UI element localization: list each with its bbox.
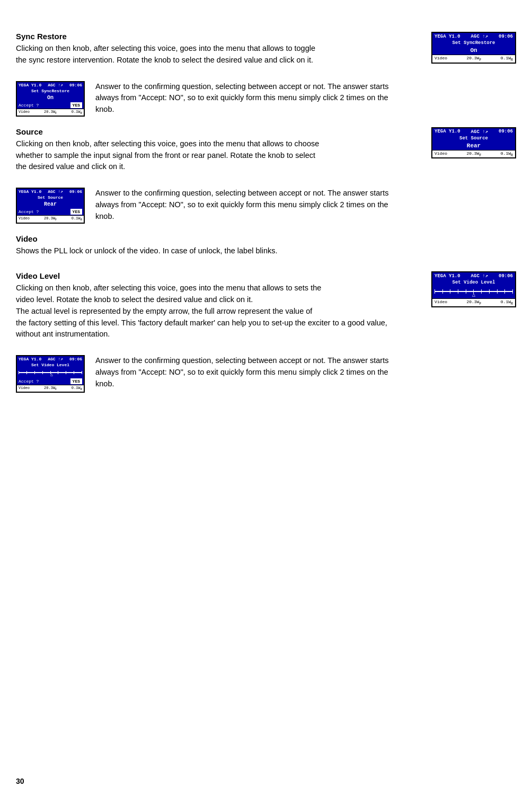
source-confirm-text: Answer to the confirming question, selec…	[95, 188, 516, 222]
sync-restore-confirm-screen: YEGA Y1.0 AGC ↑↗ 09:06 Set SyncRestore O…	[16, 81, 85, 117]
source-section: Source Clicking on then knob, after sele…	[16, 127, 516, 173]
screen-title: Set Video Level	[432, 279, 515, 286]
screen-title: Set Source	[432, 135, 515, 141]
video-level-title: Video Level	[16, 271, 421, 280]
video-level-screen-right: YEGA Y1.0 AGC ↑↗ 09:06 Set Video Level	[431, 271, 516, 307]
sync-restore-title: Sync Restore	[16, 32, 421, 41]
source-screen-right: YEGA Y1.0 AGC ↑↗ 09:06 Set Source Rear V…	[431, 127, 516, 159]
screen-header: YEGA Y1.0 AGC ↑↗ 09:06	[17, 82, 84, 88]
screen-value: On	[432, 46, 515, 55]
page-number: 30	[16, 777, 24, 785]
screen-header: YEGA Y1.0 AGC ↑↗ 09:06	[432, 128, 515, 135]
screen-slider: △	[432, 286, 515, 298]
screen-accept: Accept ? YES	[17, 208, 84, 215]
video-title: Video	[16, 234, 516, 243]
screen-value: On	[17, 94, 84, 102]
source-confirm-screen: YEGA Y1.0 AGC ↑↗ 09:06 Set Source Rear A…	[16, 188, 85, 223]
video-level-confirm-text: Answer to the confirming question, selec…	[95, 355, 516, 390]
screen-slider-small: △	[17, 368, 84, 378]
screen-header: YEGA Y1.0 AGC ↑↗ 09:06	[17, 189, 84, 194]
video-section: Video Shows the PLL lock or unlock of th…	[16, 234, 516, 257]
screen-header: YEGA Y1.0 AGC ↑↗ 09:06	[17, 356, 84, 362]
sync-restore-section: Sync Restore Clicking on then knob, afte…	[16, 32, 516, 66]
screen-header: YEGA Y1.0 AGC ↑↗ 09:06	[432, 272, 515, 279]
screen-title: Set SyncRestore	[432, 40, 515, 46]
video-level-section: Video Level Clicking on then knob, after…	[16, 271, 516, 340]
video-level-body: Clicking on then knob, after selecting t…	[16, 282, 421, 340]
screen-footer: Video 20.3WF 0.1WR	[432, 55, 515, 63]
video-level-confirm-screen: YEGA Y1.0 AGC ↑↗ 09:06 Set Video Level	[16, 355, 85, 393]
screen-accept: Accept ? YES	[17, 378, 84, 385]
screen-footer: Video 20.3WF 0.1WR	[17, 215, 84, 222]
screen-value: Rear	[432, 141, 515, 150]
screen-accept: Accept ? YES	[17, 102, 84, 109]
screen-footer: Video 20.3WF 0.1WR	[17, 385, 84, 392]
video-body: Shows the PLL lock or unlock of the vide…	[16, 245, 516, 257]
sync-restore-body: Clicking on then knob, after selecting t…	[16, 43, 421, 66]
source-text: Source Clicking on then knob, after sele…	[16, 127, 421, 173]
video-level-confirm-section: YEGA Y1.0 AGC ↑↗ 09:06 Set Video Level	[16, 355, 516, 393]
screen-footer: Video 20.3WF 0.1WR	[17, 109, 84, 116]
video-level-text: Video Level Clicking on then knob, after…	[16, 271, 421, 340]
sync-restore-screen-right: YEGA Y1.0 AGC ↑↗ 09:06 Set SyncRestore O…	[431, 32, 516, 64]
sync-restore-confirm-section: YEGA Y1.0 AGC ↑↗ 09:06 Set SyncRestore O…	[16, 81, 516, 117]
source-title: Source	[16, 127, 421, 136]
screen-footer: Video 20.3WF 0.1WR	[432, 298, 515, 306]
source-confirm-section: YEGA Y1.0 AGC ↑↗ 09:06 Set Source Rear A…	[16, 188, 516, 223]
screen-title: Set Video Level	[17, 362, 84, 368]
screen-title: Set Source	[17, 194, 84, 200]
screen-title: Set SyncRestore	[17, 88, 84, 94]
sync-restore-confirm-text: Answer to the confirming question, selec…	[95, 81, 516, 116]
screen-value: Rear	[17, 200, 84, 208]
screen-footer: Video 20.3WF 0.1WR	[432, 150, 515, 158]
source-body: Clicking on then knob, after selecting t…	[16, 138, 421, 173]
sync-restore-text: Sync Restore Clicking on then knob, afte…	[16, 32, 421, 66]
screen-header: YEGA Y1.0 AGC ↑↗ 09:06	[432, 33, 515, 40]
